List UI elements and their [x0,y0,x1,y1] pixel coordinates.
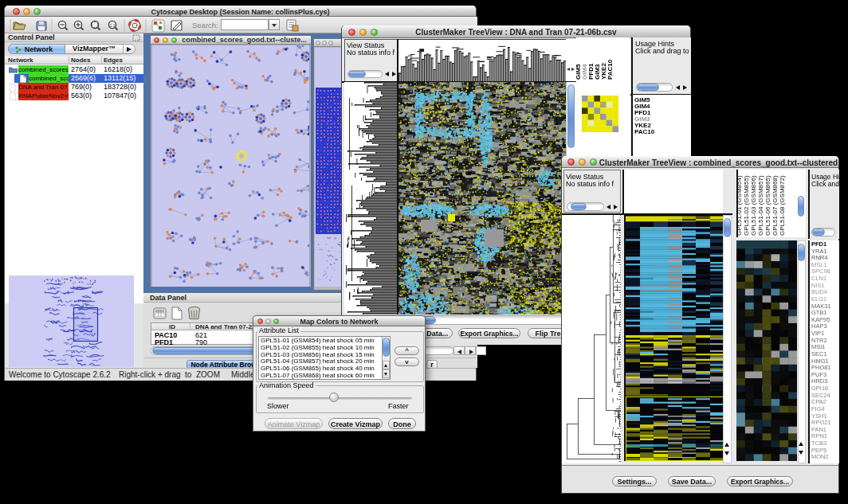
svg-text:1:1: 1:1 [110,23,116,28]
svg-text:Search:: Search: [192,21,218,29]
